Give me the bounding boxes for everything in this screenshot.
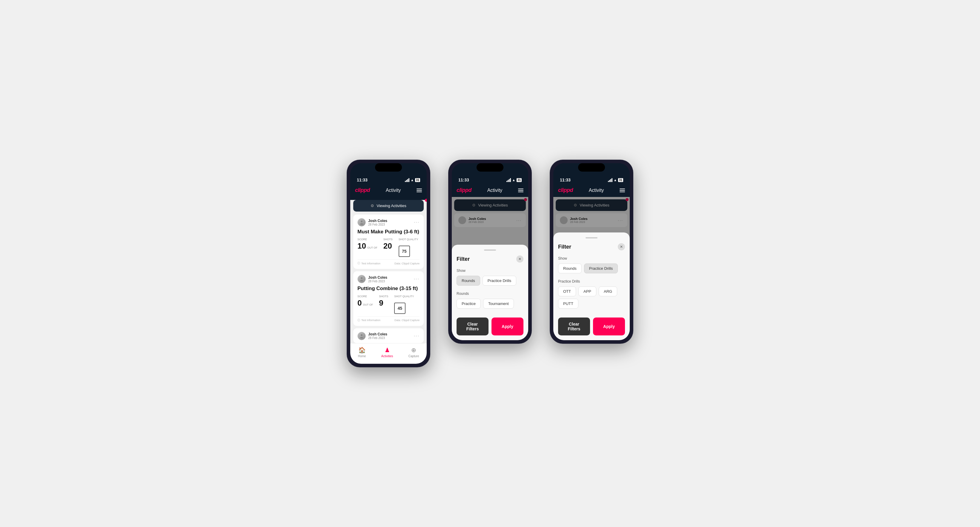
bottom-nav: 🏠 Home ♟ Activities ⊕ Capture [350,343,427,364]
clear-filters-button-3[interactable]: Clear Filters [558,317,590,335]
app-button[interactable]: APP [578,286,596,296]
nav-capture[interactable]: ⊕ Capture [409,346,419,358]
practice-drills-show-button[interactable]: Practice Drills [482,276,516,286]
show-label: Show [457,268,523,273]
user-date-2: 28 Feb 2023 [368,279,387,283]
user-date-3: 28 Feb 2023 [368,336,387,340]
shots-label-2: Shots [379,295,388,298]
quality-group: Shot Quality 75 [399,238,418,257]
test-info-2: ⓘ Test Information [358,318,380,322]
nav-activities[interactable]: ♟ Activities [381,346,393,358]
card-footer: ⓘ Test Information Data: Clippd Capture [358,259,420,265]
nav-capture-label: Capture [409,354,419,358]
user-info-2: Josh Coles 28 Feb 2023 [358,275,387,283]
filter-modal: Filter ✕ Show Rounds Practice Drills Rou… [452,245,528,340]
more-options-2[interactable]: ··· [414,276,420,282]
practice-rounds-button[interactable]: Practice [457,299,481,309]
hamburger-menu[interactable] [417,189,422,192]
modal-close-button-3[interactable]: ✕ [618,243,625,250]
notification-dot [425,199,427,202]
svg-point-4 [361,334,363,336]
nav-home[interactable]: 🏠 Home [358,346,366,358]
capture-icon: ⊕ [411,346,416,354]
signal-icon-3 [608,178,612,182]
user-info-3: Josh Coles 28 Feb 2023 [358,332,387,340]
practice-drills-show-button-3[interactable]: Practice Drills [584,264,618,273]
quality-label-2: Shot Quality [394,295,414,298]
activity-card-1: Josh Coles 28 Feb 2023 ··· Must Make Put… [353,214,424,269]
status-icons: ▲ 31 [405,178,420,182]
viewing-activities-banner[interactable]: ⚙ Viewing Activities [353,200,424,211]
status-icons-2: ▲ 31 [506,178,522,182]
avatar [358,218,366,227]
page-title: Activity [386,188,401,193]
nav-bar-3: clippd Activity [553,185,630,197]
app-logo-3: clippd [558,187,573,194]
activity-card-2: Josh Coles 28 Feb 2023 ··· Putting Combi… [353,271,424,325]
ott-button[interactable]: OTT [558,286,576,296]
wifi-icon: ▲ [410,178,414,182]
filter-show-section: Show Rounds Practice Drills [457,268,523,286]
rounds-show-button-3[interactable]: Rounds [558,264,582,273]
battery-icon-2: 31 [517,178,522,182]
arg-button[interactable]: ARG [599,286,617,296]
drills-section-label: Practice Drills [558,279,625,284]
more-options-3[interactable]: ··· [414,333,420,339]
test-info-text: Test Information [361,262,380,265]
home-icon: 🏠 [358,346,366,354]
user-name-3: Josh Coles [368,332,387,336]
user-date: 28 Feb 2023 [368,223,387,226]
phone-2: 11:33 ▲ 31 clippd Activity [448,160,532,344]
modal-header-3: Filter ✕ [558,243,625,250]
hamburger-menu-3[interactable] [620,189,625,192]
user-details: Josh Coles 28 Feb 2023 [368,219,387,226]
card-header: Josh Coles 28 Feb 2023 ··· [358,218,420,227]
status-time-2: 11:33 [458,178,469,183]
phone-screen: 11:33 ▲ 31 clippd Activity [350,163,427,364]
quality-badge: 75 [399,246,410,257]
modal-title-3: Filter [558,244,571,250]
score-outof: 10 OUT OF [358,241,377,251]
phone-1: 11:33 ▲ 31 clippd Activity [347,160,430,367]
nav-bar: clippd Activity [350,185,427,197]
battery-icon: 31 [415,178,420,182]
modal-header: Filter ✕ [457,256,523,263]
rounds-filter-buttons: Practice Tournament [457,299,523,309]
phones-container: 11:33 ▲ 31 clippd Activity [347,160,633,367]
hamburger-menu-2[interactable] [518,189,523,192]
modal-handle-3 [585,237,598,238]
show-filter-buttons: Rounds Practice Drills [457,276,523,286]
tournament-rounds-button[interactable]: Tournament [483,299,514,309]
data-source-2: Data: Clippd Capture [395,319,420,322]
stats-row-2: Score 0 OUT OF Shots 9 Shot Quality [358,295,420,314]
rounds-show-button[interactable]: Rounds [457,276,480,286]
avatar-2 [358,275,366,283]
shots-group-2: Shots 9 [379,295,388,308]
modal-close-button[interactable]: ✕ [516,256,523,263]
shots-value: 20 [383,241,393,251]
avatar-3 [358,332,366,340]
more-options[interactable]: ··· [414,220,420,225]
screen-content: ⚙ Viewing Activities [350,200,427,343]
apply-button[interactable]: Apply [492,317,523,335]
clear-filters-button[interactable]: Clear Filters [457,317,488,335]
svg-point-2 [361,277,363,279]
filter-show-section-3: Show Rounds Practice Drills [558,256,625,273]
svg-point-0 [361,221,363,222]
score-value: 10 [358,241,366,251]
test-info-text-2: Test Information [361,319,380,322]
card-header-3: Josh Coles 28 Feb 2023 ··· [358,332,420,340]
apply-button-3[interactable]: Apply [593,317,625,335]
phone-screen-3: 11:33 ▲ 31 clippd Activity [553,163,630,340]
nav-bar-2: clippd Activity [452,185,528,197]
modal-overlay-bg: ⚙ Viewing Activities Josh Coles 28 Feb 2… [452,197,528,340]
user-details-3: Josh Coles 28 Feb 2023 [368,332,387,340]
stats-row: Score 10 OUT OF Shots 20 Shot Quality [358,238,420,257]
phone-screen-2: 11:33 ▲ 31 clippd Activity [452,163,528,340]
app-logo: clippd [355,187,370,194]
card-footer-2: ⓘ Test Information Data: Clippd Capture [358,316,420,322]
score-outof-2: 0 OUT OF [358,298,373,308]
nav-activities-label: Activities [381,354,393,358]
quality-badge-2: 45 [394,303,406,314]
putt-button[interactable]: PUTT [558,299,578,309]
